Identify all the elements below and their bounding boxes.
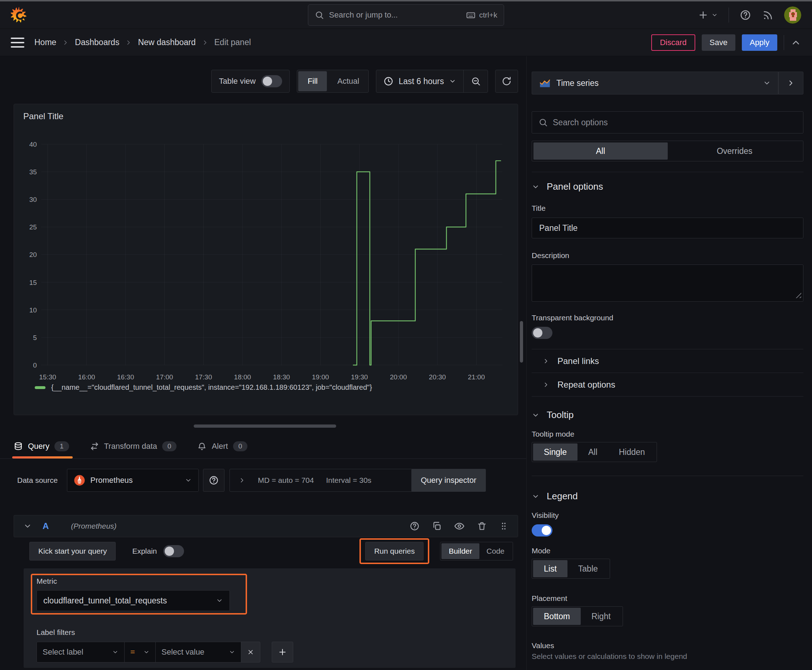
breadcrumb-dashboards[interactable]: Dashboards	[75, 37, 119, 47]
chevron-down-icon	[112, 649, 119, 655]
run-queries-button[interactable]: Run queries	[365, 542, 424, 560]
tooltip-mode-all[interactable]: All	[578, 443, 608, 461]
time-series-chart[interactable]: 051015202530354015:3016:0016:3017:0017:3…	[14, 104, 518, 415]
chevron-right-icon	[202, 39, 209, 46]
tooltip-mode-group: Single All Hidden	[532, 442, 657, 462]
title-field-label: Title	[532, 204, 804, 213]
panel-links-section[interactable]: Panel links	[532, 349, 804, 373]
builder-option[interactable]: Builder	[441, 543, 479, 559]
tooltip-mode-hidden[interactable]: Hidden	[608, 443, 656, 461]
save-button[interactable]: Save	[702, 34, 736, 51]
help-button[interactable]	[740, 9, 751, 21]
table-view-toggle[interactable]	[261, 75, 282, 87]
interval-stat: Interval = 30s	[326, 476, 371, 485]
delete-query-button[interactable]	[477, 521, 487, 531]
panel-description-textarea[interactable]	[532, 264, 804, 302]
news-button[interactable]	[762, 9, 773, 21]
database-icon	[14, 442, 23, 451]
legend-visibility-toggle[interactable]	[532, 524, 553, 536]
breadcrumb-edit-panel: Edit panel	[214, 37, 251, 47]
code-option[interactable]: Code	[480, 543, 512, 559]
kick-start-query-button[interactable]: Kick start your query	[29, 542, 116, 560]
max-datapoints-stat: MD = auto = 704	[258, 476, 314, 485]
legend-placement-bottom[interactable]: Bottom	[533, 608, 581, 625]
breadcrumb-home[interactable]: Home	[34, 37, 56, 47]
grafana-logo-icon[interactable]	[11, 6, 27, 24]
label-filter-row: Select label = Select value	[37, 642, 515, 663]
viz-suggestions-button[interactable]	[778, 71, 804, 95]
fill-option[interactable]: Fill	[298, 71, 327, 91]
hide-query-button[interactable]	[454, 521, 465, 531]
legend-swatch[interactable]	[35, 386, 46, 389]
legend-section-header[interactable]: Legend	[532, 491, 804, 502]
explain-toggle[interactable]	[163, 545, 184, 557]
tooltip-section-header[interactable]: Tooltip	[532, 409, 804, 421]
panel-options-sidebar: Time series All Overrides Panel options	[526, 56, 812, 670]
tab-all-options[interactable]: All	[534, 142, 668, 160]
topbar-actions	[698, 7, 801, 24]
refresh-button[interactable]	[495, 70, 518, 93]
collapse-options-button[interactable]	[790, 37, 801, 48]
panel-title-input[interactable]	[532, 218, 804, 239]
time-range-picker[interactable]: Last 6 hours	[376, 70, 463, 92]
query-row-header[interactable]: A (Prometheus)	[14, 515, 518, 537]
refresh-icon	[502, 76, 512, 86]
query-options-bar[interactable]: MD = auto = 704 Interval = 30s	[229, 469, 430, 492]
legend-mode-table[interactable]: Table	[568, 560, 609, 577]
datasource-help-button[interactable]	[203, 469, 224, 492]
user-avatar[interactable]	[784, 7, 801, 24]
select-value-dropdown[interactable]: Select value	[155, 642, 241, 663]
select-label-dropdown[interactable]: Select label	[37, 642, 125, 663]
tab-alert[interactable]: Alert 0	[197, 434, 247, 459]
chevron-down-icon[interactable]	[23, 522, 32, 530]
global-search-input[interactable]	[329, 10, 461, 20]
repeat-options-section[interactable]: Repeat options	[532, 373, 804, 397]
query-help-button[interactable]	[410, 521, 420, 531]
chevron-down-icon	[532, 492, 539, 500]
search-icon	[539, 118, 548, 127]
legend-placement-right[interactable]: Right	[581, 608, 622, 625]
operator-dropdown[interactable]: =	[124, 642, 156, 663]
vertical-scrollbar[interactable]	[520, 321, 523, 362]
svg-text:18:30: 18:30	[273, 373, 290, 381]
horizontal-scrollbar[interactable]	[194, 425, 336, 428]
query-ref-id[interactable]: A	[42, 521, 49, 531]
apply-button[interactable]: Apply	[742, 34, 777, 51]
zoom-out-time-button[interactable]	[463, 70, 488, 92]
viz-type-dropdown[interactable]: Time series	[532, 71, 778, 95]
transparent-background-toggle[interactable]	[532, 327, 553, 339]
breadcrumb-new-dashboard[interactable]: New dashboard	[138, 37, 195, 47]
panel-options-section-header[interactable]: Panel options	[532, 181, 804, 192]
datasource-label: Data source	[17, 476, 58, 485]
datasource-row: Data source Prometheus MD =	[17, 469, 526, 492]
legend-placement-group: Bottom Right	[532, 606, 623, 626]
duplicate-query-button[interactable]	[432, 521, 442, 531]
legend-mode-list[interactable]: List	[533, 560, 568, 577]
menu-toggle-button[interactable]	[11, 37, 24, 47]
add-filter-button[interactable]	[272, 642, 293, 663]
remove-filter-button[interactable]	[241, 642, 260, 663]
query-datasource-hint: (Prometheus)	[71, 522, 116, 530]
options-search-box[interactable]	[532, 111, 804, 134]
tab-query[interactable]: Query 1	[14, 434, 69, 459]
svg-text:20:00: 20:00	[390, 373, 407, 381]
help-circle-icon	[209, 475, 219, 485]
metric-select[interactable]: cloudflared_tunnel_total_requests	[37, 590, 230, 611]
tab-overrides[interactable]: Overrides	[668, 142, 802, 160]
chevron-down-icon	[185, 477, 192, 484]
options-search-input[interactable]	[553, 118, 797, 127]
global-search-box[interactable]: ctrl+k	[308, 4, 504, 26]
legend-series-label[interactable]: {__name__="cloudflared_tunnel_total_requ…	[51, 383, 372, 392]
tooltip-mode-single[interactable]: Single	[533, 443, 578, 461]
actual-option[interactable]: Actual	[328, 70, 368, 92]
transparent-background-label: Transparent background	[532, 313, 804, 322]
drag-handle[interactable]	[499, 521, 509, 531]
tab-transform-data[interactable]: Transform data 0	[90, 434, 177, 459]
description-field-label: Description	[532, 251, 804, 260]
query-inspector-button[interactable]: Query inspector	[411, 469, 485, 492]
chevron-down-icon	[532, 411, 539, 419]
new-dashboard-button[interactable]	[698, 10, 718, 20]
discard-button[interactable]: Discard	[651, 34, 695, 51]
chevron-right-icon	[239, 477, 246, 484]
datasource-picker[interactable]: Prometheus	[67, 469, 199, 492]
